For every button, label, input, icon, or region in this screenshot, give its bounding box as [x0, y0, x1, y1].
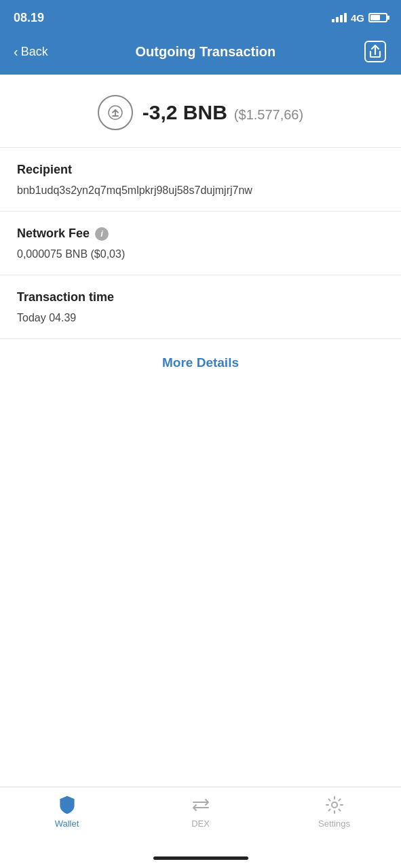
svg-point-1: [332, 802, 337, 808]
recipient-address: bnb1udq3s2yn2q7mq5mlpkrj98uj58s7dujmjrj7…: [17, 182, 384, 199]
network-fee-section: Network Fee i 0,000075 BNB ($0,03): [0, 212, 401, 275]
tab-settings-label: Settings: [318, 818, 350, 829]
tab-wallet-label: Wallet: [55, 818, 79, 829]
tab-dex-label: DEX: [191, 818, 210, 829]
back-button[interactable]: ‹ Back: [14, 45, 48, 59]
back-label: Back: [21, 45, 48, 59]
more-details-button[interactable]: More Details: [162, 355, 239, 370]
share-button[interactable]: [363, 39, 387, 64]
page-title: Outgoing Transaction: [48, 44, 363, 60]
signal-icon: [332, 13, 347, 22]
up-arrow-icon: [108, 105, 123, 120]
status-time: 08.19: [14, 11, 44, 25]
info-icon[interactable]: i: [95, 227, 109, 241]
network-fee-value: 0,000075 BNB ($0,03): [17, 246, 384, 262]
status-bar: 08.19 4G: [0, 0, 401, 34]
settings-icon: [324, 794, 345, 816]
tab-settings[interactable]: Settings: [267, 794, 401, 829]
share-icon: [364, 41, 386, 62]
home-indicator: [0, 848, 401, 868]
transaction-amount: -3,2 BNB: [142, 101, 227, 124]
more-details-section: More Details: [0, 339, 401, 387]
recipient-label: Recipient: [17, 163, 384, 177]
status-icons: 4G: [332, 12, 387, 24]
network-type: 4G: [351, 12, 364, 24]
transaction-time-label: Transaction time: [17, 290, 384, 304]
outgoing-icon: [98, 95, 133, 130]
transaction-summary: -3,2 BNB ($1.577,66): [0, 75, 401, 148]
network-fee-label: Network Fee i: [17, 226, 384, 241]
transaction-time-value: Today 04.39: [17, 310, 384, 326]
dex-icon: [190, 794, 212, 816]
tab-bar: Wallet DEX Settings: [0, 787, 401, 848]
recipient-section: Recipient bnb1udq3s2yn2q7mq5mlpkrj98uj58…: [0, 148, 401, 212]
transaction-amount-container: -3,2 BNB ($1.577,66): [142, 101, 303, 124]
tab-wallet[interactable]: Wallet: [0, 794, 134, 829]
battery-icon: [368, 13, 387, 22]
transaction-time-section: Transaction time Today 04.39: [0, 275, 401, 339]
back-arrow-icon: ‹: [14, 45, 18, 58]
wallet-icon: [56, 794, 78, 816]
home-bar: [153, 856, 248, 860]
tab-dex[interactable]: DEX: [134, 794, 267, 829]
transaction-usd: ($1.577,66): [234, 107, 303, 123]
main-content: -3,2 BNB ($1.577,66) Recipient bnb1udq3s…: [0, 75, 401, 787]
nav-header: ‹ Back Outgoing Transaction: [0, 34, 401, 75]
